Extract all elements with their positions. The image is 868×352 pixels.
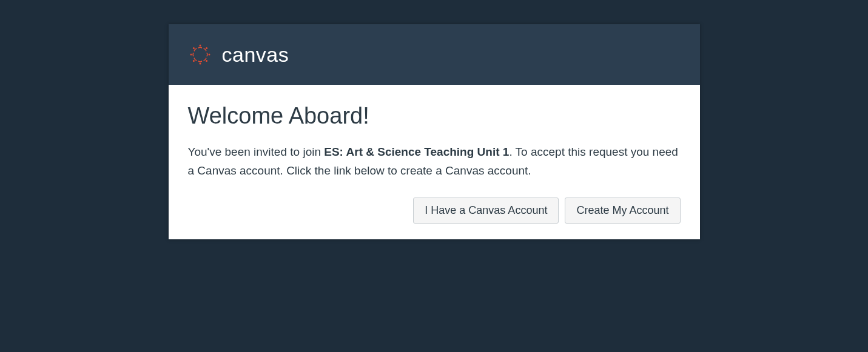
svg-point-0: [199, 45, 201, 47]
button-row: I Have a Canvas Account Create My Accoun…: [188, 198, 681, 224]
modal-header: canvas: [169, 24, 700, 85]
create-account-button[interactable]: Create My Account: [565, 198, 680, 224]
message-prefix: You've been invited to join: [188, 145, 325, 158]
svg-point-7: [192, 47, 194, 49]
modal-body: Welcome Aboard! You've been invited to j…: [169, 85, 700, 239]
svg-point-2: [208, 54, 210, 56]
have-account-button[interactable]: I Have a Canvas Account: [413, 198, 559, 224]
svg-point-1: [206, 47, 207, 49]
course-name: ES: Art & Science Teaching Unit 1: [324, 145, 509, 158]
invite-message: You've been invited to join ES: Art & Sc…: [188, 142, 681, 181]
canvas-logo-text: canvas: [222, 43, 289, 67]
svg-point-5: [192, 60, 194, 62]
svg-point-4: [199, 63, 201, 65]
welcome-modal: canvas Welcome Aboard! You've been invit…: [169, 24, 700, 239]
welcome-heading: Welcome Aboard!: [188, 103, 681, 129]
canvas-logo-icon: [188, 42, 212, 67]
svg-point-6: [190, 54, 192, 56]
svg-point-3: [206, 60, 207, 62]
